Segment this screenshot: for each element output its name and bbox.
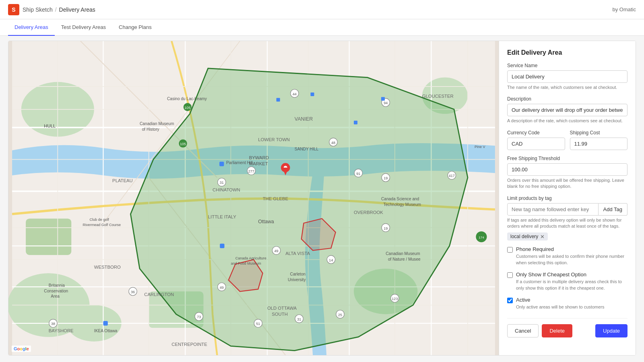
page-title-breadcrumb: Delivery Areas: [59, 6, 95, 13]
svg-text:73: 73: [197, 315, 201, 319]
cheapest-option-checkbox[interactable]: [507, 272, 513, 278]
svg-text:THE GLEBE: THE GLEBE: [263, 196, 289, 201]
currency-code-input[interactable]: [507, 138, 565, 150]
tag-label: local delivery: [510, 234, 538, 239]
map-svg: VANIER LOWER TOWN BYWARD MARKET LITTLE I…: [8, 41, 499, 355]
svg-text:49: 49: [220, 286, 224, 290]
svg-text:WESTBORO: WESTBORO: [94, 265, 121, 269]
svg-text:Canadian Museum: Canadian Museum: [386, 251, 420, 256]
svg-text:Casino du Lac-Leamy: Casino du Lac-Leamy: [167, 97, 207, 101]
buttons-left: Cancel Delete: [507, 324, 572, 337]
service-name-input[interactable]: [507, 70, 627, 83]
delete-button[interactable]: Delete: [542, 324, 572, 337]
limit-by-tag-label: Limit products by tag: [507, 195, 627, 201]
update-button[interactable]: Update: [595, 324, 627, 337]
svg-rect-124: [220, 244, 224, 248]
edit-panel: Edit Delivery Area Service Name The name…: [499, 41, 636, 355]
svg-text:VANIER: VANIER: [295, 116, 313, 122]
breadcrumb-separator: /: [55, 6, 57, 13]
header-right: by Omatic: [612, 6, 636, 12]
free-shipping-label: Free Shipping Threshold: [507, 156, 627, 161]
svg-text:Canadian Museum: Canadian Museum: [140, 121, 174, 126]
phone-required-text: Phone Required Customers will be asked t…: [516, 246, 627, 266]
svg-text:25: 25: [338, 313, 342, 317]
svg-text:49: 49: [275, 249, 279, 253]
svg-text:of History: of History: [142, 127, 160, 132]
phone-required-label: Phone Required: [516, 246, 554, 252]
description-label: Description: [507, 96, 627, 102]
svg-text:IKEA Ottawa: IKEA Ottawa: [94, 329, 118, 333]
description-group: Description A description of the rate, w…: [507, 96, 627, 124]
svg-text:105: 105: [184, 106, 190, 110]
tag-input-row: Add Tag: [507, 203, 627, 216]
svg-text:Canada Agriculture: Canada Agriculture: [235, 256, 266, 260]
tab-change-plans[interactable]: Change Plans: [112, 19, 158, 36]
svg-text:BYWARD: BYWARD: [249, 155, 269, 160]
svg-text:PLATEAU: PLATEAU: [112, 178, 133, 183]
svg-text:Area: Area: [51, 294, 60, 298]
free-shipping-hint: Orders over this amount will be offered …: [507, 177, 627, 190]
svg-rect-126: [310, 93, 314, 96]
svg-text:36: 36: [131, 290, 135, 294]
app-name: Ship Sketch: [23, 6, 53, 13]
limit-by-tag-group: Limit products by tag Add Tag If tags ar…: [507, 195, 627, 241]
svg-text:SANDY HILL: SANDY HILL: [295, 147, 319, 151]
main-content: VANIER LOWER TOWN BYWARD MARKET LITTLE I…: [0, 36, 644, 360]
service-name-hint: The name of the rate, which customers se…: [507, 84, 627, 90]
tag-input[interactable]: [507, 203, 599, 216]
svg-text:CARLINGTON: CARLINGTON: [144, 292, 174, 297]
add-tag-button[interactable]: Add Tag: [599, 203, 627, 216]
svg-rect-123: [103, 321, 107, 325]
description-hint: A description of the rate, which custome…: [507, 118, 627, 124]
shipping-cost-label: Shipping Cost: [570, 130, 628, 136]
svg-text:417: 417: [449, 174, 455, 178]
active-group: Active Only active areas will be shown t…: [507, 297, 627, 310]
free-shipping-input[interactable]: [507, 163, 627, 176]
shipping-cost-group: Shipping Cost: [570, 130, 628, 150]
svg-text:OLD OTTAWA: OLD OTTAWA: [267, 306, 297, 311]
svg-text:19: 19: [384, 226, 388, 230]
svg-text:of Nature / Musee: of Nature / Musee: [388, 257, 421, 261]
svg-rect-7: [26, 218, 71, 255]
tab-delivery-areas[interactable]: Delivery Areas: [8, 19, 55, 36]
svg-rect-128: [354, 121, 357, 124]
currency-code-label: Currency Code: [507, 130, 565, 136]
svg-text:SOUTH: SOUTH: [272, 312, 288, 317]
svg-text:105: 105: [180, 142, 186, 146]
cancel-button[interactable]: Cancel: [507, 324, 539, 337]
svg-text:123: 123: [392, 297, 398, 301]
svg-text:Conservation: Conservation: [44, 289, 68, 293]
svg-text:19: 19: [384, 176, 388, 180]
header-left: S Ship Sketch / Delivery Areas: [8, 4, 95, 15]
svg-text:HULL: HULL: [44, 123, 56, 128]
active-hint: Only active areas will be shown to custo…: [516, 304, 604, 310]
tab-test-delivery-areas[interactable]: Test Delivery Areas: [55, 19, 112, 36]
svg-text:Rivermead Golf Course: Rivermead Golf Course: [83, 223, 121, 227]
tag-remove-button[interactable]: ✕: [540, 234, 545, 239]
svg-text:277: 277: [248, 169, 254, 173]
svg-text:BAYSHORE: BAYSHORE: [49, 328, 74, 333]
shipping-cost-input[interactable]: [570, 138, 628, 150]
svg-text:Pine V: Pine V: [475, 145, 485, 149]
map-area[interactable]: VANIER LOWER TOWN BYWARD MARKET LITTLE I…: [8, 41, 499, 355]
svg-text:174: 174: [479, 236, 484, 239]
cheapest-text: Only Show If Cheapest Option If a custom…: [516, 272, 627, 291]
svg-text:Britannia: Britannia: [49, 283, 65, 288]
active-checkbox[interactable]: [507, 298, 513, 303]
description-input[interactable]: [507, 104, 627, 116]
phone-required-checkbox[interactable]: [507, 247, 513, 253]
svg-text:University: University: [288, 278, 306, 282]
tag-chip-local-delivery: local delivery ✕: [507, 232, 548, 241]
svg-text:Canada Science and: Canada Science and: [381, 197, 419, 201]
svg-text:38: 38: [51, 322, 55, 326]
svg-rect-125: [277, 98, 280, 101]
cost-row: Currency Code Shipping Cost: [507, 130, 627, 156]
svg-text:94: 94: [384, 101, 388, 105]
svg-text:31: 31: [297, 317, 301, 321]
svg-text:and Food Museum: and Food Museum: [231, 261, 261, 265]
svg-rect-122: [219, 162, 224, 166]
nav-tabs: Delivery Areas Test Delivery Areas Chang…: [0, 19, 644, 36]
service-name-group: Service Name The name of the rate, which…: [507, 63, 627, 90]
svg-text:Technology Museum: Technology Museum: [384, 202, 421, 207]
svg-text:Carleton: Carleton: [290, 272, 305, 276]
